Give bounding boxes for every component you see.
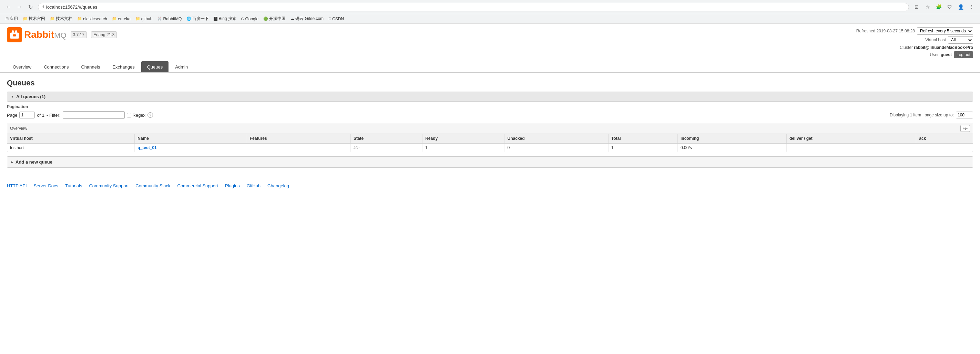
bookmark-4[interactable]: 📁 eureka <box>110 16 133 22</box>
regex-label: Regex <box>127 113 146 118</box>
erlang-badge: Erlang 21.3 <box>91 31 117 38</box>
page-size-input[interactable] <box>956 111 973 119</box>
lock-icon: ℹ <box>42 5 44 9</box>
bookmark-label: CSDN <box>332 16 344 21</box>
bookmark-label: 码云 Gitee.com <box>295 16 324 22</box>
bookmark-label: Bing 搜索 <box>218 16 236 22</box>
bookmark-3[interactable]: 📁 elasticsearch <box>75 16 109 22</box>
browser-chrome: ← → ↻ ℹ localhost:15672/#/queues ⊡ ☆ 🧩 🛡… <box>0 0 980 14</box>
back-button[interactable]: ← <box>3 2 13 12</box>
queues-table: Virtual host Name Features State Ready U… <box>7 134 973 152</box>
bookmark-baidu[interactable]: 🌐 百度一下 <box>185 15 211 23</box>
nav-overview[interactable]: Overview <box>7 61 37 72</box>
plus-minus-button[interactable]: +/- <box>960 125 970 132</box>
refresh-button[interactable]: ↻ <box>25 2 35 12</box>
col-state: State <box>350 134 422 143</box>
top-bar: RabbitMQ 3.7.17 Erlang 21.3 Refreshed 20… <box>0 24 980 61</box>
bookmark-label: 技术官网 <box>29 16 45 22</box>
nav-admin[interactable]: Admin <box>169 61 194 72</box>
queue-name-link[interactable]: q_test_01 <box>137 145 156 150</box>
forward-button[interactable]: → <box>14 2 24 12</box>
footer-tutorials[interactable]: Tutorials <box>65 183 82 188</box>
bookmark-5[interactable]: 📁 github <box>134 16 155 22</box>
shield-button[interactable]: 🛡 <box>945 2 955 12</box>
nav-channels[interactable]: Channels <box>75 61 106 72</box>
vhost-select[interactable]: All / testhost <box>948 36 973 44</box>
all-queues-header[interactable]: ▼ All queues (1) <box>7 92 973 102</box>
account-button[interactable]: 👤 <box>956 2 966 12</box>
bing-icon: 🅱 <box>214 17 218 21</box>
refresh-row: Refreshed 2019-08-27 15:08:28 Refresh ev… <box>856 27 973 35</box>
bookmark-2[interactable]: 📁 技术文档 <box>48 15 75 23</box>
footer-commercial-support[interactable]: Commercial Support <box>177 183 218 188</box>
col-ack: ack <box>916 134 973 143</box>
regex-text: Regex <box>133 113 146 118</box>
user-label: User <box>930 52 939 57</box>
filter-input[interactable] <box>63 111 125 119</box>
refresh-select[interactable]: Refresh every 5 seconds Every 10 seconds… <box>917 27 973 35</box>
cell-state: idle <box>350 143 422 152</box>
bookmark-label: eureka <box>118 16 130 21</box>
google-icon: G <box>241 17 244 21</box>
bookmark-label: elasticsearch <box>83 16 107 21</box>
apps-icon: ⊞ <box>5 16 9 21</box>
user-row: User guest Log out <box>856 51 973 58</box>
refreshed-label: Refreshed 2019-08-27 15:08:28 <box>856 29 915 33</box>
state-badge: idle <box>353 146 360 150</box>
rabbit-svg <box>9 29 20 40</box>
regex-checkbox[interactable] <box>127 113 131 117</box>
logo: RabbitMQ <box>7 27 67 42</box>
cell-features <box>247 143 350 152</box>
footer: HTTP API Server Docs Tutorials Community… <box>0 179 980 192</box>
cast-button[interactable]: ⊡ <box>912 2 921 12</box>
footer-server-docs[interactable]: Server Docs <box>34 183 59 188</box>
cell-ready: 1 <box>422 143 504 152</box>
extension-button[interactable]: 🧩 <box>934 2 943 12</box>
svg-rect-2 <box>15 30 17 34</box>
displaying-label: Displaying 1 item , page size up to: <box>890 113 954 117</box>
footer-community-slack[interactable]: Community Slack <box>135 183 170 188</box>
nav-queues[interactable]: Queues <box>141 61 169 72</box>
address-bar[interactable]: ℹ localhost:15672/#/queues <box>38 3 909 11</box>
bookmark-label: 技术文档 <box>56 16 72 22</box>
bookmark-csdn[interactable]: C CSDN <box>326 16 346 22</box>
logo-section: RabbitMQ 3.7.17 Erlang 21.3 <box>7 27 117 46</box>
cluster-label: Cluster <box>900 45 913 50</box>
page-title: Queues <box>7 78 973 87</box>
bookmark-label: 应用 <box>10 16 18 22</box>
bookmark-bing[interactable]: 🅱 Bing 搜索 <box>212 15 238 23</box>
footer-community-support[interactable]: Community Support <box>89 183 129 188</box>
bookmark-google[interactable]: G Google <box>239 16 261 22</box>
help-icon[interactable]: ? <box>148 112 153 118</box>
folder-icon: 📁 <box>135 16 140 21</box>
add-queue-section[interactable]: ▶ Add a new queue <box>7 156 973 168</box>
table-section-header: Overview +/- <box>7 123 973 134</box>
cell-name: q_test_01 <box>135 143 247 152</box>
filter-label: - Filter: <box>46 113 60 118</box>
page-label: Page <box>7 113 17 118</box>
bookmark-gitee[interactable]: ☁ 码云 Gitee.com <box>288 15 326 23</box>
vhost-label: Virtual host <box>925 38 946 42</box>
footer-changelog[interactable]: Changelog <box>267 183 289 188</box>
footer-plugins[interactable]: Plugins <box>225 183 240 188</box>
col-total: Total <box>608 134 678 143</box>
browser-actions: ⊡ ☆ 🧩 🛡 👤 ⋮ <box>912 2 977 12</box>
cell-ack <box>916 143 973 152</box>
bookmark-apps[interactable]: ⊞ 应用 <box>3 15 20 23</box>
footer-github[interactable]: GitHub <box>247 183 261 188</box>
col-unacked: Unacked <box>504 134 608 143</box>
cell-incoming: 0.00/s <box>678 143 786 152</box>
menu-button[interactable]: ⋮ <box>967 2 977 12</box>
collapse-arrow-icon: ▼ <box>11 95 14 98</box>
nav-exchanges[interactable]: Exchanges <box>107 61 140 72</box>
nav-connections[interactable]: Connections <box>38 61 75 72</box>
bookmark-rabbitmq[interactable]: 🐰 RabbitMQ <box>155 16 184 22</box>
bookmark-oschina[interactable]: 🟢 开源中国 <box>261 15 288 23</box>
bookmark-1[interactable]: 📁 技术官网 <box>21 15 47 23</box>
queue-table-container: Overview +/- Virtual host Name Features … <box>7 123 973 152</box>
page-input[interactable] <box>19 111 35 119</box>
url-text: localhost:15672/#/queues <box>46 5 97 10</box>
bookmark-button[interactable]: ☆ <box>923 2 932 12</box>
logout-button[interactable]: Log out <box>954 51 973 58</box>
footer-http-api[interactable]: HTTP API <box>7 183 27 188</box>
